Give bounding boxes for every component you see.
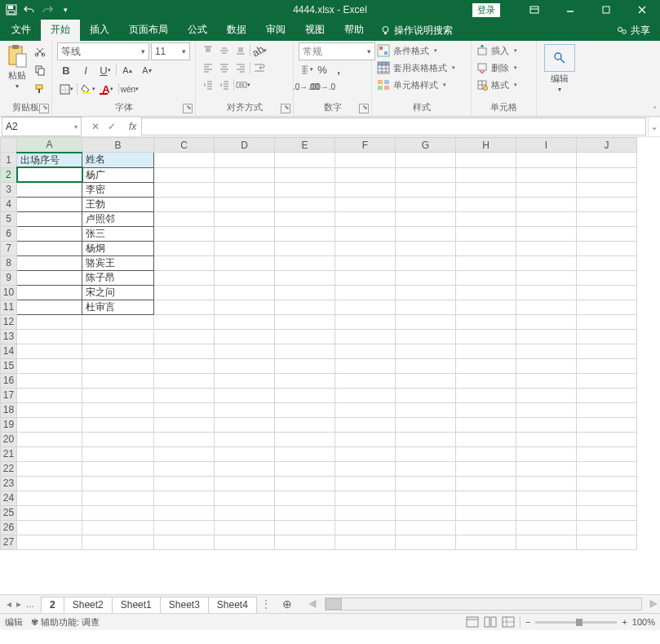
cell[interactable] [577, 461, 637, 476]
cell[interactable] [275, 329, 335, 344]
cell[interactable] [82, 358, 154, 373]
cell[interactable] [396, 197, 456, 211]
sheet-overflow-icon[interactable]: ⋮ [256, 598, 276, 610]
cell[interactable] [82, 432, 154, 446]
cell[interactable] [275, 255, 335, 270]
cell[interactable] [215, 329, 275, 344]
minimize-icon[interactable] [552, 0, 588, 20]
cell[interactable] [335, 226, 396, 241]
cell[interactable] [275, 300, 335, 314]
row-header[interactable]: 9 [1, 270, 17, 285]
cell[interactable] [335, 432, 396, 446]
cell[interactable] [516, 417, 577, 432]
cell[interactable] [82, 476, 154, 491]
cell[interactable] [516, 285, 577, 300]
cell[interactable] [456, 153, 516, 168]
cell[interactable] [154, 270, 215, 285]
cell[interactable] [17, 476, 82, 491]
cell[interactable] [215, 358, 275, 373]
cell[interactable] [275, 461, 335, 476]
cell[interactable] [17, 520, 82, 535]
cell[interactable] [17, 182, 82, 197]
close-icon[interactable] [624, 0, 660, 20]
cell[interactable] [516, 314, 577, 329]
cell[interactable] [516, 388, 577, 402]
row-header[interactable]: 15 [1, 358, 17, 373]
cell[interactable] [577, 211, 637, 226]
cell[interactable] [275, 388, 335, 402]
cell[interactable] [275, 535, 335, 549]
cell[interactable] [577, 491, 637, 505]
collapse-ribbon-icon[interactable]: ˄ [653, 105, 657, 114]
orientation-icon[interactable]: ab▾ [252, 42, 267, 59]
font-name-combo[interactable]: 等线▾ [57, 42, 149, 60]
cell[interactable] [516, 446, 577, 461]
cell[interactable] [17, 300, 82, 314]
cell[interactable] [396, 285, 456, 300]
cell[interactable]: 骆宾王 [82, 255, 154, 270]
cell[interactable] [215, 388, 275, 402]
cell[interactable] [335, 476, 396, 491]
tab-view[interactable]: 视图 [295, 20, 334, 41]
cell[interactable] [82, 491, 154, 505]
cell[interactable] [82, 520, 154, 535]
cell[interactable] [577, 388, 637, 402]
cell[interactable] [154, 167, 215, 182]
cell[interactable] [17, 461, 82, 476]
cell[interactable] [215, 226, 275, 241]
cell[interactable] [577, 520, 637, 535]
cell[interactable] [154, 476, 215, 491]
cell[interactable] [335, 300, 396, 314]
row-header[interactable]: 27 [1, 535, 17, 549]
cell[interactable] [215, 446, 275, 461]
cell[interactable] [82, 535, 154, 549]
cell[interactable] [215, 373, 275, 388]
cell[interactable] [577, 358, 637, 373]
cell[interactable] [396, 270, 456, 285]
cell[interactable] [335, 417, 396, 432]
cell[interactable] [17, 358, 82, 373]
cell[interactable] [577, 153, 637, 168]
tab-home[interactable]: 开始 [41, 20, 80, 41]
row-header[interactable]: 21 [1, 446, 17, 461]
cell[interactable] [396, 402, 456, 417]
cell[interactable] [335, 535, 396, 549]
cell[interactable] [516, 402, 577, 417]
row-header[interactable]: 22 [1, 461, 17, 476]
cell[interactable]: 姓名 [82, 153, 154, 168]
cell[interactable] [456, 373, 516, 388]
cell[interactable]: 陈子昂 [82, 270, 154, 285]
cell[interactable] [577, 476, 637, 491]
row-header[interactable]: 14 [1, 344, 17, 358]
cell[interactable] [154, 344, 215, 358]
column-header[interactable]: H [456, 138, 516, 153]
column-header[interactable]: C [154, 138, 215, 153]
cell[interactable] [17, 535, 82, 549]
cell[interactable] [154, 314, 215, 329]
column-header[interactable]: J [577, 138, 637, 153]
cell[interactable] [516, 476, 577, 491]
cell[interactable] [17, 226, 82, 241]
cell[interactable] [456, 417, 516, 432]
cell[interactable] [275, 285, 335, 300]
cell[interactable] [456, 211, 516, 226]
cell[interactable] [396, 241, 456, 255]
font-launcher-icon[interactable]: ⬊ [183, 104, 193, 113]
cell[interactable] [516, 432, 577, 446]
cell[interactable] [17, 344, 82, 358]
row-header[interactable]: 7 [1, 241, 17, 255]
cell[interactable] [335, 197, 396, 211]
cell[interactable] [516, 255, 577, 270]
maximize-icon[interactable] [588, 0, 624, 20]
zoom-slider[interactable] [535, 621, 617, 624]
cell[interactable] [154, 491, 215, 505]
row-header[interactable]: 18 [1, 402, 17, 417]
cell[interactable] [335, 344, 396, 358]
tab-insert[interactable]: 插入 [80, 20, 119, 41]
font-color-icon[interactable]: A▾ [99, 80, 117, 98]
cell[interactable] [275, 344, 335, 358]
cell[interactable] [396, 373, 456, 388]
cell[interactable] [17, 388, 82, 402]
cell[interactable] [516, 329, 577, 344]
phonetic-icon[interactable]: wén▾ [121, 80, 139, 98]
